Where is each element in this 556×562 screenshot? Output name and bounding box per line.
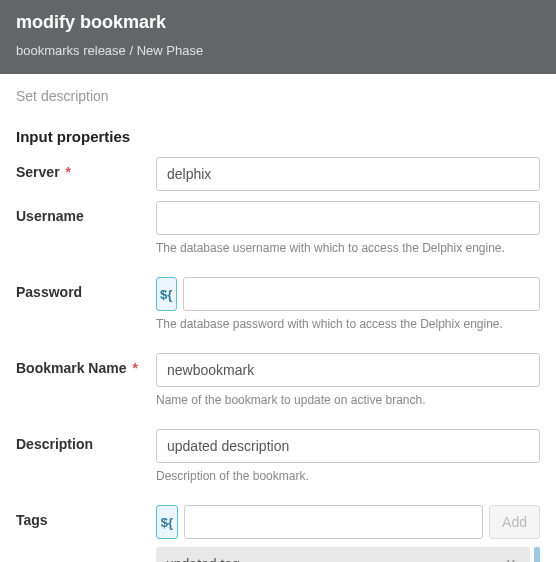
username-help: The database username with which to acce… <box>156 241 540 255</box>
remove-tag-icon[interactable]: × <box>501 555 520 562</box>
password-input[interactable] <box>183 277 540 311</box>
username-input[interactable] <box>156 201 540 235</box>
username-label: Username <box>16 208 84 224</box>
row-password: Password ${ The database password with w… <box>16 277 540 343</box>
row-bookmark-name: Bookmark Name* Name of the bookmark to u… <box>16 353 540 419</box>
tag-drag-handle[interactable] <box>534 547 540 562</box>
bookmark-name-input[interactable] <box>156 353 540 387</box>
bookmark-name-help: Name of the bookmark to update on active… <box>156 393 540 407</box>
tag-pill-label: updated tag <box>166 556 240 562</box>
required-indicator: * <box>133 360 138 376</box>
server-input[interactable] <box>156 157 540 191</box>
server-label: Server <box>16 164 60 180</box>
row-username: Username The database username with whic… <box>16 201 540 267</box>
bookmark-name-label: Bookmark Name <box>16 360 127 376</box>
tags-label: Tags <box>16 512 48 528</box>
description-help: Description of the bookmark. <box>156 469 540 483</box>
section-title: Input properties <box>16 128 540 145</box>
breadcrumb: bookmarks release / New Phase <box>16 43 540 58</box>
required-indicator: * <box>66 164 71 180</box>
password-help: The database password with which to acce… <box>156 317 540 331</box>
set-description[interactable]: Set description <box>16 88 540 104</box>
password-variable-toggle[interactable]: ${ <box>156 277 177 311</box>
password-label: Password <box>16 284 82 300</box>
row-server: Server* <box>16 157 540 191</box>
tags-variable-toggle[interactable]: ${ <box>156 505 178 539</box>
description-label: Description <box>16 436 93 452</box>
page-title: modify bookmark <box>16 12 540 33</box>
content: Set description Input properties Server*… <box>0 74 556 562</box>
tags-input[interactable] <box>184 505 483 539</box>
description-input[interactable] <box>156 429 540 463</box>
add-tag-button[interactable]: Add <box>489 505 540 539</box>
header: modify bookmark bookmarks release / New … <box>0 0 556 74</box>
row-tags: Tags ${ Add updated tag × Tags to use fo… <box>16 505 540 562</box>
row-description: Description Description of the bookmark. <box>16 429 540 495</box>
tag-pill: updated tag × <box>156 547 530 562</box>
